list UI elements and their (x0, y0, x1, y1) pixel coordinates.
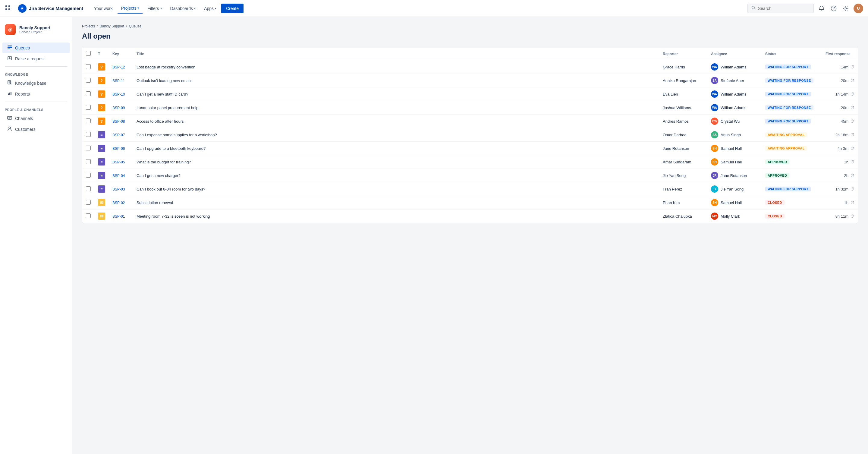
assignee-avatar: JR (711, 172, 718, 179)
row-checkbox-10[interactable] (86, 200, 91, 205)
clock-icon: ⏱ (850, 159, 855, 164)
issue-type-badge: ✉ (98, 213, 105, 220)
clock-icon: ⏱ (850, 119, 855, 124)
app-logo[interactable]: Jira Service Management (5, 4, 83, 13)
search-input[interactable] (758, 6, 810, 11)
issue-type-badge: ≡ (98, 131, 105, 139)
issue-key[interactable]: BSP-07 (113, 133, 125, 137)
svg-point-20 (9, 127, 10, 129)
row-checkbox-3[interactable] (86, 105, 91, 110)
svg-point-7 (831, 6, 836, 11)
clock-icon: ⏱ (850, 173, 855, 178)
breadcrumb-projects[interactable]: Projects (82, 24, 95, 28)
issue-title[interactable]: Can I get a new charger? (136, 173, 181, 178)
issue-title[interactable]: What is the budget for training? (136, 160, 191, 164)
row-checkbox-2[interactable] (86, 91, 91, 96)
issue-key[interactable]: BSP-09 (113, 106, 125, 110)
issue-title[interactable]: Can I upgrade to a bluetooth keyboard? (136, 146, 206, 151)
dashboards-nav[interactable]: Dashboards ▾ (167, 4, 199, 13)
filters-nav[interactable]: Filters ▾ (144, 4, 165, 13)
first-response-time: 1h 32m (835, 187, 848, 191)
first-response: 1h ⏱ (826, 200, 855, 205)
projects-chevron-icon: ▾ (137, 6, 139, 10)
issue-title[interactable]: Can I book out 8-04 room for two days? (136, 187, 205, 191)
status-badge: WAITING FOR RESPONSE (765, 105, 813, 110)
sidebar-item-customers[interactable]: Customers (2, 124, 70, 134)
issue-key[interactable]: BSP-10 (113, 92, 125, 96)
sidebar-item-channels[interactable]: Channels (2, 113, 70, 124)
row-checkbox-11[interactable] (86, 213, 91, 218)
row-checkbox-5[interactable] (86, 132, 91, 137)
clock-icon: ⏱ (850, 187, 855, 191)
sidebar-item-knowledge-base[interactable]: Knowledge base (2, 78, 70, 88)
notifications-icon[interactable] (817, 4, 826, 13)
issue-reporter: Andres Ramos (659, 115, 707, 128)
issue-title[interactable]: Meeting room 7-32 is sceen is not workin… (136, 214, 210, 218)
sidebar-item-raise-request[interactable]: Raise a request (2, 53, 70, 64)
main-content: Projects / Bancly Support / Queues All o… (72, 17, 868, 454)
create-button[interactable]: Create (221, 4, 244, 13)
sidebar-item-reports[interactable]: Reports (2, 89, 70, 99)
issue-title[interactable]: Lunar solar panel procurement help (136, 105, 198, 110)
user-avatar[interactable]: U (854, 4, 863, 13)
search-icon (751, 6, 755, 11)
issue-key[interactable]: BSP-03 (113, 187, 125, 191)
col-header-assignee: Assignee (707, 48, 762, 60)
svg-rect-11 (7, 46, 12, 47)
issue-title[interactable]: Can I get a new staff ID card? (136, 92, 188, 96)
row-checkbox-4[interactable] (86, 119, 91, 123)
issue-key[interactable]: BSP-11 (113, 79, 125, 83)
assignee-cell: AS Arjun Singh (711, 131, 758, 139)
row-checkbox-8[interactable] (86, 173, 91, 178)
issue-title[interactable]: Can I expense some supplies for a worksh… (136, 133, 217, 137)
first-response: 2h ⏱ (826, 173, 855, 178)
sidebar-item-queues[interactable]: Queues (2, 42, 70, 53)
table-row: ✉ BSP-02 Subscription renewal Phan Kim S… (82, 196, 858, 210)
assignee-cell: SH Samuel Hall (711, 199, 758, 206)
issue-reporter: Jane Rotanson (659, 142, 707, 155)
issue-type-badge: ? (98, 118, 105, 125)
issue-key[interactable]: BSP-08 (113, 119, 125, 124)
assignee-avatar: CW (711, 118, 718, 125)
row-checkbox-6[interactable] (86, 146, 91, 150)
assignee-avatar: SH (711, 158, 718, 165)
issue-key[interactable]: BSP-02 (113, 201, 125, 205)
row-checkbox-0[interactable] (86, 64, 91, 69)
settings-icon[interactable] (841, 4, 850, 13)
assignee-name: Jie Yan Song (721, 187, 744, 191)
assignee-cell: JR Jane Rotanson (711, 172, 758, 179)
assignee-avatar: SH (711, 199, 718, 206)
row-checkbox-7[interactable] (86, 159, 91, 164)
assignee-name: Stefanie Auer (721, 79, 744, 83)
select-all-checkbox[interactable] (86, 51, 91, 56)
issue-key[interactable]: BSP-01 (113, 214, 125, 218)
issue-key[interactable]: BSP-05 (113, 160, 125, 164)
table-row: ≡ BSP-06 Can I upgrade to a bluetooth ke… (82, 142, 858, 155)
issue-key[interactable]: BSP-12 (113, 65, 125, 69)
your-work-nav[interactable]: Your work (90, 4, 116, 13)
apps-nav[interactable]: Apps ▾ (200, 4, 220, 13)
breadcrumb-project[interactable]: Bancly Support (100, 24, 124, 28)
issue-key[interactable]: BSP-06 (113, 147, 125, 151)
issue-key[interactable]: BSP-04 (113, 174, 125, 178)
issue-title[interactable]: Access to office after hours (136, 119, 184, 124)
table-row: ? BSP-10 Can I get a new staff ID card? … (82, 87, 858, 101)
sidebar: Bancly Support Service Project Queues (0, 17, 72, 454)
projects-nav[interactable]: Projects ▾ (118, 3, 143, 13)
search-bar[interactable] (747, 4, 814, 13)
assignee-avatar: WA (711, 63, 718, 70)
grid-menu-icon[interactable] (5, 5, 11, 12)
row-checkbox-9[interactable] (86, 186, 91, 191)
first-response-time: 4h 3m (838, 146, 848, 151)
issue-reporter: Grace Harris (659, 60, 707, 74)
table-row: ≡ BSP-05 What is the budget for training… (82, 155, 858, 169)
issue-title[interactable]: Subscription renewal (136, 201, 173, 205)
main-layout: Bancly Support Service Project Queues (0, 17, 868, 454)
table-row: ? BSP-12 Lost badge at rocketry conventi… (82, 60, 858, 74)
issue-title[interactable]: Lost badge at rocketry convention (136, 65, 195, 69)
issue-title[interactable]: Outlook isn't loading new emails (136, 79, 192, 83)
assignee-name: Crystal Wu (721, 119, 740, 124)
row-checkbox-1[interactable] (86, 78, 91, 83)
help-icon[interactable] (830, 4, 838, 13)
assignee-name: Samuel Hall (721, 146, 742, 151)
